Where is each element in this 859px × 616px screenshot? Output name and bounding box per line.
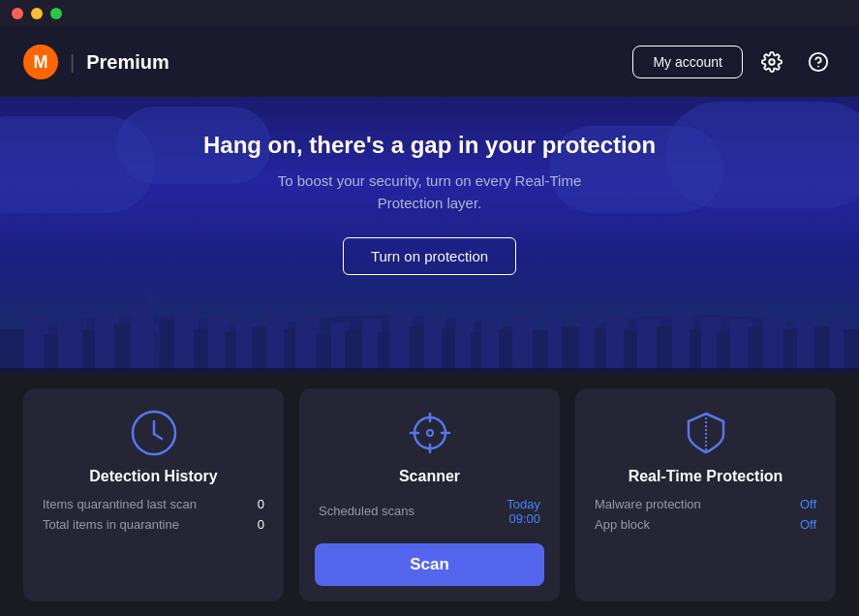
- svg-text:M: M: [34, 52, 48, 72]
- hero-title: Hang on, there's a gap in your protectio…: [203, 132, 656, 159]
- city-skyline: [0, 276, 859, 373]
- malware-protection-label: Malware protection: [595, 497, 701, 511]
- maximize-button[interactable]: [50, 8, 62, 19]
- scanner-title: Scanner: [399, 468, 460, 485]
- svg-marker-17: [148, 281, 154, 295]
- svg-rect-64: [0, 368, 859, 373]
- brand: M | Premium: [23, 45, 169, 79]
- scheduled-scans-label: Scheduled scans: [319, 504, 414, 518]
- clock-icon: [129, 408, 179, 458]
- real-time-protection-title: Real-Time Protection: [629, 468, 783, 485]
- title-bar: [0, 0, 859, 27]
- brand-name: Premium: [86, 51, 169, 74]
- svg-line-67: [154, 434, 162, 439]
- quarantined-last-scan-label: Items quarantined last scan: [43, 497, 197, 511]
- hero-banner: Hang on, there's a gap in your protectio…: [0, 97, 859, 373]
- malware-protection-row: Malware protection Off: [595, 497, 816, 511]
- svg-rect-16: [148, 295, 154, 373]
- settings-button[interactable]: [754, 45, 789, 79]
- app-block-label: App block: [595, 517, 650, 532]
- brand-logo-icon: M: [23, 45, 58, 79]
- hero-subtitle: To boost your security, turn on every Re…: [278, 170, 581, 214]
- detection-history-title: Detection History: [89, 468, 217, 485]
- help-icon: [808, 51, 829, 73]
- minimize-button[interactable]: [31, 8, 43, 19]
- brand-separator: |: [70, 51, 75, 74]
- scan-button[interactable]: Scan: [315, 543, 544, 586]
- shield-icon: [681, 408, 731, 458]
- svg-point-2: [769, 59, 775, 65]
- malware-protection-value: Off: [800, 497, 816, 511]
- gear-icon: [761, 51, 782, 73]
- crosshair-icon: [405, 408, 455, 458]
- svg-point-73: [427, 430, 433, 436]
- app-block-row: App block Off: [595, 517, 816, 532]
- nav-actions: My account: [632, 45, 836, 79]
- quarantined-last-scan-value: 0: [258, 497, 264, 511]
- app-block-value: Off: [800, 517, 816, 532]
- top-nav: M | Premium My account: [0, 27, 859, 97]
- total-quarantine-label: Total items in quarantine: [43, 517, 179, 532]
- quarantined-last-scan-row: Items quarantined last scan 0: [43, 497, 264, 511]
- real-time-protection-card: Real-Time Protection Malware protection …: [575, 388, 836, 601]
- scheduled-scans-row: Scheduled scans Today09:00: [319, 497, 540, 526]
- turn-on-protection-button[interactable]: Turn on protection: [343, 237, 516, 275]
- scanner-card: Scanner Scheduled scans Today09:00 Scan: [299, 388, 560, 601]
- cards-section: Detection History Items quarantined last…: [0, 373, 859, 616]
- total-quarantine-value: 0: [258, 517, 264, 532]
- svg-rect-18: [143, 324, 159, 332]
- total-quarantine-row: Total items in quarantine 0: [43, 517, 264, 532]
- detection-history-card: Detection History Items quarantined last…: [23, 388, 284, 601]
- help-button[interactable]: [801, 45, 836, 79]
- svg-rect-15: [131, 305, 148, 373]
- svg-rect-63: [844, 329, 859, 373]
- scheduled-scans-value: Today09:00: [506, 497, 540, 526]
- my-account-button[interactable]: My account: [632, 46, 743, 78]
- close-button[interactable]: [12, 8, 23, 19]
